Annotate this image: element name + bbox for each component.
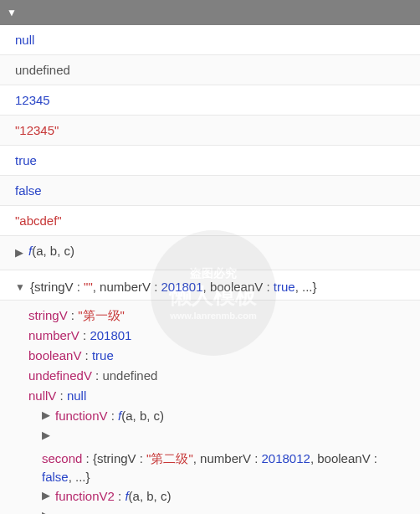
list-item-object-expanded[interactable]: ▼ {stringV : "", numberV : 201801, boole… bbox=[0, 270, 420, 301]
value-number: 12345 bbox=[15, 93, 50, 107]
list-item: null bbox=[0, 25, 420, 55]
prop-row: booleanV : true bbox=[28, 346, 405, 366]
prop-row-object[interactable]: ▶ second : {stringV : "第二级", numberV : 2… bbox=[28, 426, 405, 486]
prop-row-function[interactable]: ▶ functionV2 : f(a, b, c) bbox=[28, 486, 405, 506]
expand-icon[interactable]: ▶ bbox=[15, 244, 23, 262]
value-list: null undefined 12345 "12345" true false … bbox=[0, 25, 420, 514]
list-item: "12345" bbox=[0, 116, 420, 146]
expand-icon[interactable]: ▶ bbox=[42, 426, 50, 445]
object-properties: stringV : "第一级" numberV : 201801 boolean… bbox=[0, 301, 420, 514]
list-item: undefined bbox=[0, 55, 420, 85]
expand-icon[interactable]: ▶ bbox=[42, 406, 50, 424]
collapse-icon[interactable]: ▼ bbox=[15, 278, 25, 296]
prop-row: stringV : "第一级" bbox=[28, 306, 405, 326]
panel-header[interactable]: ▼ bbox=[0, 0, 420, 25]
prop-row-function[interactable]: ▶ functionV : f(a, b, c) bbox=[28, 406, 405, 426]
list-item: true bbox=[0, 146, 420, 176]
value-string: "abcdef" bbox=[15, 213, 62, 228]
value-boolean: false bbox=[15, 183, 42, 198]
list-item: 12345 bbox=[0, 85, 420, 116]
expand-icon[interactable]: ▶ bbox=[42, 486, 50, 505]
value-string: "12345" bbox=[15, 123, 59, 137]
collapse-all-icon[interactable]: ▼ bbox=[7, 7, 17, 18]
object-summary: {stringV : "", numberV : 201801, boolean… bbox=[30, 278, 317, 296]
value-boolean: true bbox=[15, 153, 37, 167]
value-function: f(a, b, c) bbox=[28, 244, 74, 258]
expand-icon[interactable]: ▶ bbox=[42, 506, 50, 514]
list-item: false bbox=[0, 176, 420, 206]
list-item: "abcdef" bbox=[0, 206, 420, 236]
prop-row-object[interactable]: ▶ second2 : {stringV : "第二级", numberV : … bbox=[28, 506, 405, 514]
value-undefined: undefined bbox=[15, 63, 70, 77]
prop-row: undefinedV : undefined bbox=[28, 366, 405, 386]
value-null: null bbox=[15, 33, 34, 47]
prop-row: numberV : 201801 bbox=[28, 326, 405, 346]
prop-row: nullV : null bbox=[28, 386, 405, 406]
list-item-function-collapsed[interactable]: ▶ f(a, b, c) bbox=[0, 236, 420, 270]
